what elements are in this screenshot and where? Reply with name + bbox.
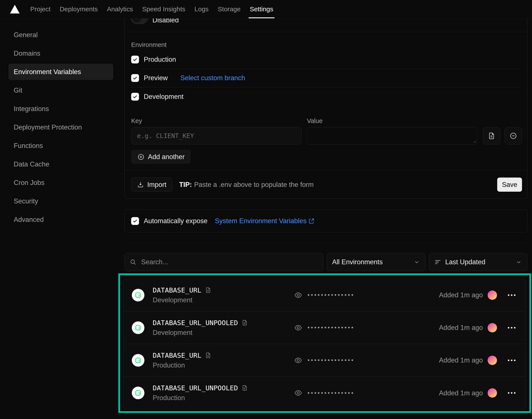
environment-label: Environment [131,41,521,49]
env-var-row[interactable]: DATABASE_URL Development •••••••••••••• [123,279,526,311]
nav-tab-label: Project [30,5,51,13]
env-var-row[interactable]: DATABASE_URL_UNPOOLED Development ••••••… [123,311,526,344]
nav-tab[interactable]: Deployments [55,0,102,18]
sidebar-item[interactable]: Advanced [9,211,113,228]
sidebar-item[interactable]: General [9,27,113,43]
environment-option-label: Preview [144,74,168,82]
note-icon [205,287,211,293]
environment-section: Environment Production Preview Select cu… [125,32,527,106]
environment-filter-value: All Environments [332,258,383,266]
sidebar-item-label: Deployment Protection [14,123,82,131]
sidebar-item[interactable]: Data Cache [9,156,113,172]
sidebar-item-label: Security [14,197,38,205]
user-avatar [488,355,497,365]
add-another-button[interactable]: Add another [131,150,191,164]
search-box [124,253,323,271]
sidebar-item[interactable]: Functions [9,138,113,154]
environment-option-row: Development [131,87,521,106]
resize-grip-icon[interactable] [472,140,476,144]
select-custom-branch-link[interactable]: Select custom branch [180,74,245,82]
key-input[interactable] [131,127,302,144]
tip-prefix: TIP: [179,181,192,188]
sidebar-item[interactable]: Domains [9,45,113,62]
neon-integration-icon [132,321,144,334]
environment-option-row: Preview Select custom branch [131,69,521,87]
env-var-row[interactable]: DATABASE_URL_UNPOOLED Production •••••••… [123,377,526,409]
expose-system-env-card: Automatically expose System Environment … [124,210,527,232]
environment-option-label: Production [144,56,176,64]
remove-row-button[interactable] [505,127,522,144]
row-menu-button[interactable] [508,392,516,394]
sidebar-item[interactable]: Integrations [9,101,113,117]
import-download-icon [137,181,144,188]
added-timestamp: Added 1m ago [439,356,483,364]
env-var-name: DATABASE_URL [153,286,201,294]
neon-integration-icon [132,289,144,301]
sidebar-item[interactable]: Environment Variables [9,64,113,80]
editor-footer: Import TIP:Paste a .env above to populat… [125,170,527,199]
nav-tab[interactable]: Logs [190,0,213,18]
sidebar-item-label: Cron Jobs [14,179,44,187]
external-link-icon [308,218,315,224]
env-var-name: DATABASE_URL_UNPOOLED [153,384,238,392]
import-label: Import [147,181,166,189]
eye-icon[interactable] [294,324,302,332]
nav-tab-label: Deployments [60,5,98,13]
toggle-row: Disabled [125,18,527,32]
search-icon [129,258,137,266]
environment-filter-dropdown[interactable]: All Environments [327,253,425,271]
eye-icon[interactable] [294,356,302,365]
nav-tab[interactable]: Storage [214,0,245,18]
paste-env-button[interactable] [483,127,500,144]
user-avatar [488,388,497,398]
search-input[interactable] [141,258,318,266]
nav-tab-label: Storage [218,5,241,13]
settings-sidebar: General Domains Environment Variables Gi… [0,18,122,230]
sidebar-item[interactable]: Cron Jobs [9,174,113,191]
nav-tab[interactable]: Project [26,0,55,18]
nav-tab[interactable]: Speed Insights [138,0,190,18]
nav-tab[interactable]: Analytics [103,0,137,18]
environment-option-row: Production [131,51,521,69]
sidebar-item-label: Functions [14,142,43,150]
checkbox-checked[interactable] [131,74,139,82]
neon-integration-icon [132,354,144,367]
sort-value: Last Updated [445,258,485,266]
expose-text: Automatically expose [144,217,207,225]
row-menu-button[interactable] [508,294,516,296]
vercel-logo-icon[interactable] [10,4,20,14]
sidebar-item[interactable]: Security [9,193,113,209]
sidebar-item[interactable]: Deployment Protection [9,119,113,135]
user-avatar [488,290,497,300]
chevron-down-icon [516,259,522,265]
checkbox-checked[interactable] [131,93,139,101]
row-menu-button[interactable] [508,327,516,328]
environment-option-label: Development [144,93,184,101]
eye-icon[interactable] [294,291,302,299]
value-input[interactable] [307,127,477,144]
value-input-wrap [307,127,477,144]
masked-value: •••••••••••••• [308,292,355,298]
import-button[interactable]: Import [131,178,172,192]
nav-tab-label: Settings [250,5,273,13]
row-menu-button[interactable] [508,359,516,361]
expose-checkbox-checked[interactable] [131,217,139,225]
key-label: Key [131,117,307,125]
sidebar-item-label: Environment Variables [14,68,81,76]
eye-icon[interactable] [294,389,302,397]
env-var-row[interactable]: DATABASE_URL Production •••••••••••••• [123,344,526,377]
sidebar-item-label: Git [14,87,22,94]
nav-tab[interactable]: Settings [246,0,277,18]
save-button[interactable]: Save [497,178,522,192]
plus-circle-icon [137,153,145,161]
masked-value: •••••••••••••• [308,357,355,364]
sidebar-item-label: Data Cache [14,160,49,168]
checkbox-checked[interactable] [131,56,139,64]
system-env-vars-link[interactable]: System Environment Variables [215,217,315,225]
sidebar-item-label: General [14,31,38,39]
masked-value: •••••••••••••• [308,324,355,331]
main-content: Disabled Environment Production Preview … [124,18,527,413]
filter-row: All Environments Last Updated [124,253,527,271]
sort-dropdown[interactable]: Last Updated [429,253,527,271]
sidebar-item[interactable]: Git [9,82,113,98]
